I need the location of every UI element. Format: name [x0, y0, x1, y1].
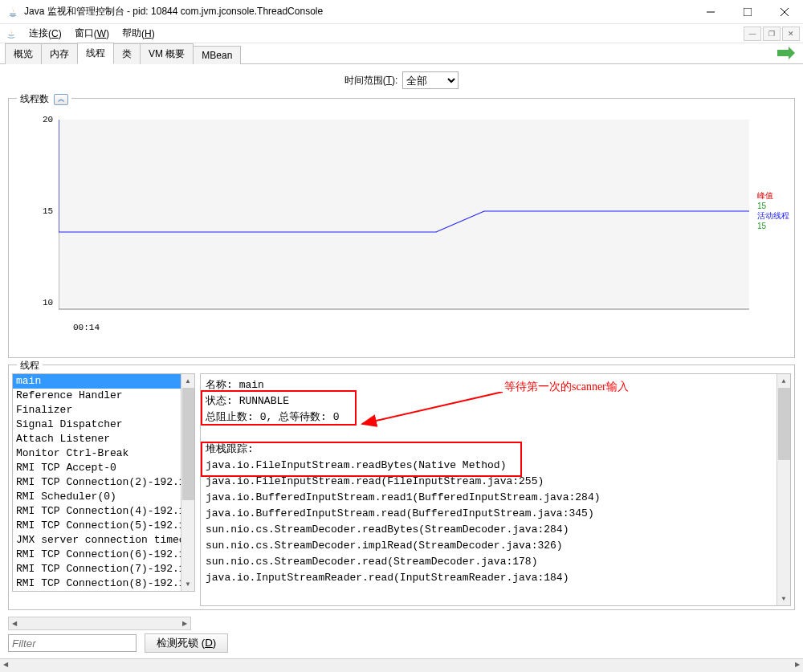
titlebar: Java 监视和管理控制台 - pid: 10844 com.jvm.jcons… — [0, 0, 803, 24]
scroll-up-icon[interactable]: ▲ — [777, 374, 790, 388]
thread-detail-pane: 名称: main 状态: RUNNABLE 总阻止数: 0, 总等待数: 0 堆… — [200, 373, 791, 606]
annotation-text: 等待第一次的scanner输入 — [504, 379, 629, 395]
y-tick-10: 10 — [43, 298, 53, 307]
sub-close-button[interactable]: ✕ — [782, 26, 800, 41]
sub-restore-button[interactable]: ❐ — [763, 26, 781, 41]
detail-scrollbar[interactable]: ▲ ▼ — [777, 374, 790, 605]
thread-item[interactable]: Attach Listener — [13, 432, 194, 446]
detail-name-row: 名称: main — [206, 377, 785, 393]
scroll-thumb[interactable] — [182, 388, 194, 500]
bottom-section: 线程 mainReference HandlerFinalizerSignal … — [8, 365, 795, 653]
window-controls — [692, 0, 803, 24]
java-icon — [5, 27, 18, 40]
y-tick-20: 20 — [43, 115, 53, 124]
tab-classes[interactable]: 类 — [113, 43, 141, 64]
thread-item[interactable]: Reference Handler — [13, 389, 194, 403]
window-hscroll[interactable]: ◀▶ — [0, 658, 803, 672]
thread-item[interactable]: Monitor Ctrl-Break — [13, 446, 194, 461]
thread-item[interactable]: main — [13, 374, 194, 389]
svg-rect-1 — [744, 8, 752, 16]
thread-item[interactable]: RMI TCP Connection(4)-192.168 — [13, 504, 194, 519]
thread-item[interactable]: RMI TCP Connection(5)-192.168 — [13, 519, 194, 533]
thread-item[interactable]: Finalizer — [13, 403, 194, 417]
chart-collapse-button[interactable]: ︽ — [54, 94, 68, 105]
thread-list[interactable]: mainReference HandlerFinalizerSignal Dis… — [12, 373, 195, 592]
connection-status-icon — [777, 47, 795, 59]
minimize-button[interactable] — [692, 0, 729, 24]
thread-item[interactable]: RMI TCP Accept-0 — [13, 461, 194, 475]
svg-rect-4 — [59, 113, 749, 307]
sub-minimize-button[interactable]: — — [744, 26, 761, 41]
svg-rect-5 — [59, 113, 749, 120]
close-button[interactable] — [766, 0, 803, 24]
menu-connect[interactable]: 连接(C) — [22, 25, 68, 43]
chart-title: 线程数 — [20, 92, 49, 106]
scroll-down-icon[interactable]: ▼ — [181, 577, 194, 591]
filter-input[interactable] — [8, 634, 137, 652]
java-icon — [6, 6, 19, 18]
filter-row: 检测死锁 (D) — [8, 633, 795, 653]
sub-window-controls: — ❐ ✕ — [744, 26, 800, 41]
thread-list-scrollbar[interactable]: ▲ ▼ — [181, 374, 194, 591]
menu-help[interactable]: 帮助(H) — [116, 25, 161, 43]
y-tick-15: 15 — [43, 206, 53, 216]
thread-list-hscroll[interactable]: ◀▶ — [8, 617, 191, 630]
stack-line: java.io.BufferedInputStream.read1(Buffer… — [206, 490, 785, 506]
chart-series-labels: 峰值 15 活动线程 15 — [757, 190, 789, 230]
stack-line: java.io.FileInputStream.read(FileInputSt… — [206, 474, 785, 490]
scroll-down-icon[interactable]: ▼ — [777, 592, 790, 605]
stack-line: sun.nio.cs.StreamDecoder.implRead(Stream… — [206, 538, 785, 554]
thread-item[interactable]: RMI TCP Connection(6)-192.168 — [13, 548, 194, 562]
detail-counts-row: 总阻止数: 0, 总等待数: 0 — [206, 409, 785, 426]
stack-line: sun.nio.cs.StreamDecoder.read(StreamDeco… — [206, 554, 785, 570]
thread-item[interactable]: JMX server connection timeout — [13, 533, 194, 548]
chart-legend: 线程数 ︽ — [17, 92, 71, 106]
thread-item[interactable]: RMI Scheduler(0) — [13, 490, 194, 504]
tabbar: 概览 内存 线程 类 VM 概要 MBean — [0, 43, 803, 64]
time-range-label: 时间范围(T): — [344, 74, 398, 88]
time-range-select[interactable]: 全部 — [402, 71, 459, 89]
stack-line: java.io.BufferedInputStream.read(Buffere… — [206, 506, 785, 522]
stack-trace: java.io.FileInputStream.readBytes(Native… — [206, 458, 785, 586]
chart-section: 线程数 ︽ 20 15 10 00:14 峰值 15 活动线程 15 — [8, 98, 795, 358]
stack-line: java.io.InputStreamReader.read(InputStre… — [206, 570, 785, 586]
time-range-row: 时间范围(T): 全部 — [0, 64, 803, 96]
thread-item[interactable]: RMI TCP Connection(7)-192.168 — [13, 562, 194, 576]
scroll-thumb[interactable] — [778, 388, 790, 460]
threads-panel: 线程 mainReference HandlerFinalizerSignal … — [8, 365, 795, 610]
detail-state-row: 状态: RUNNABLE — [206, 393, 785, 409]
threads-panel-label: 线程 — [17, 359, 43, 373]
thread-item[interactable]: RMI TCP Connection(8)-192.168 — [13, 576, 194, 591]
stack-trace-label: 堆栈跟踪: — [206, 442, 785, 458]
menu-window[interactable]: 窗口(W) — [68, 25, 116, 43]
window-title: Java 监视和管理控制台 - pid: 10844 com.jvm.jcons… — [24, 5, 692, 18]
tab-mbeans[interactable]: MBean — [193, 46, 241, 64]
scroll-up-icon[interactable]: ▲ — [181, 374, 194, 388]
maximize-button[interactable] — [729, 0, 766, 24]
tab-threads[interactable]: 线程 — [77, 43, 114, 64]
chart-svg — [59, 113, 781, 318]
stack-line: sun.nio.cs.StreamDecoder.readBytes(Strea… — [206, 522, 785, 538]
detect-deadlock-button[interactable]: 检测死锁 (D) — [145, 633, 228, 653]
thread-item[interactable]: Signal Dispatcher — [13, 417, 194, 432]
tab-memory[interactable]: 内存 — [41, 43, 78, 64]
thread-item[interactable]: RMI TCP Connection(2)-192.168 — [13, 475, 194, 490]
tab-overview[interactable]: 概览 — [5, 43, 42, 64]
chart-area[interactable]: 20 15 10 00:14 峰值 15 活动线程 15 — [23, 113, 786, 318]
menubar: 连接(C) 窗口(W) 帮助(H) — ❐ ✕ — [0, 24, 803, 43]
x-tick: 00:14 — [73, 323, 100, 332]
tab-vm-summary[interactable]: VM 概要 — [140, 43, 194, 64]
stack-line: java.io.FileInputStream.readBytes(Native… — [206, 458, 785, 474]
